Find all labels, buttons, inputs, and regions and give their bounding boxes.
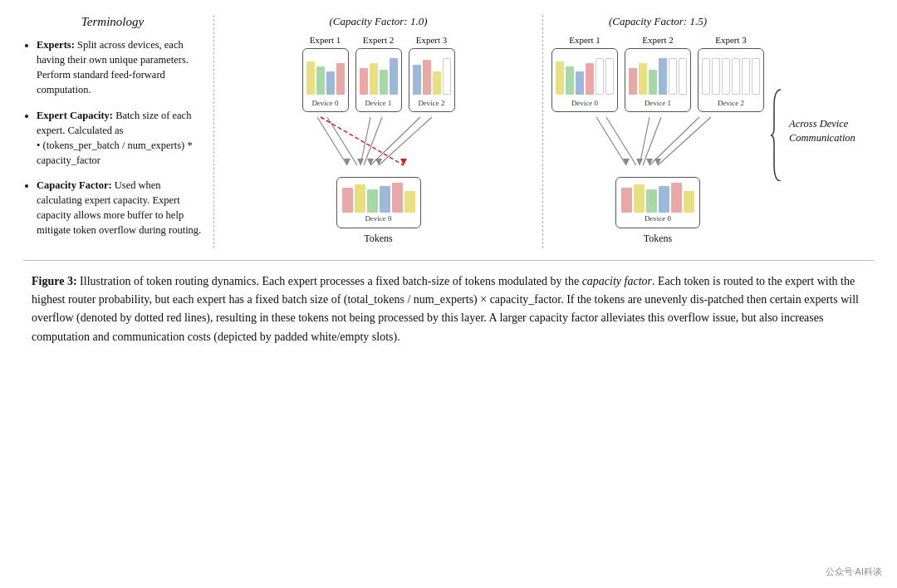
tbar4 (380, 186, 390, 213)
expert1-device-label: Device 0 (311, 99, 338, 107)
r-bar-blue2 (659, 58, 667, 95)
expert2-device-label: Device 1 (365, 99, 391, 107)
r-expert1-device0-box: Device 0 (551, 48, 618, 112)
term-factor-label: Capacity Factor: (37, 179, 112, 191)
r-tbar6 (684, 191, 694, 213)
capacity-15-diagram: Expert 1 Device 0 (551, 35, 764, 245)
capacity-1-expert3: Expert 3 Device 2 (409, 35, 455, 112)
term-factor: Capacity Factor: Used when calculating e… (37, 178, 202, 238)
r-bar-white2 (605, 58, 614, 95)
term-capacity-label: Expert Capacity: (37, 110, 113, 121)
expert1-device0-box: Device 0 (302, 48, 349, 112)
terminology-panel: Terminology Experts: Split across device… (23, 15, 214, 248)
tbar2 (355, 184, 365, 213)
tokens-device0-label: Device 0 (365, 214, 391, 223)
figure-caption: Figure 3: Illustration of token routing … (23, 272, 874, 347)
tokens-area-left: Device 0 Tokens (336, 177, 421, 245)
capacity-15-experts-row: Expert 1 Device 0 (551, 35, 764, 112)
watermark: 公众号·AI科谈 (826, 566, 882, 578)
caption-text1: Illustration of token routing dynamics. … (80, 275, 582, 287)
r-tbar4 (659, 186, 669, 213)
svg-line-17 (658, 117, 711, 165)
across-device-text: Across DeviceCommunication (789, 117, 855, 146)
r-tokens-device0-label: Device 0 (645, 214, 671, 223)
bar-yellow3 (433, 71, 441, 95)
r-expert1-label: Expert 1 (569, 35, 600, 45)
svg-line-4 (370, 117, 420, 165)
r-tbar5 (671, 183, 682, 213)
capacity15-expert1: Expert 1 Device 0 (551, 35, 618, 112)
tbar6 (404, 191, 415, 213)
capacity-1-experts-row: Expert 1 Device 0 Expert 2 (302, 35, 455, 112)
bar-pink (336, 63, 345, 95)
r-bar-green2 (649, 70, 657, 95)
tbar1 (342, 188, 353, 213)
svg-line-5 (379, 117, 432, 165)
expert1-bars (306, 51, 345, 95)
r-bar-white9 (742, 58, 750, 95)
expert3-label: Expert 3 (416, 35, 448, 45)
r-expert2-device-label: Device 1 (645, 99, 671, 107)
bar-blue2 (390, 58, 398, 95)
tokens-bars-left (342, 181, 415, 213)
tbar5 (392, 183, 403, 213)
bar-pink2 (360, 68, 368, 95)
svg-line-3 (364, 117, 382, 165)
bar-green (316, 66, 325, 95)
brace-svg (769, 81, 782, 181)
r-tbar3 (646, 189, 657, 213)
r-bar-white7 (722, 58, 730, 95)
svg-line-14 (640, 117, 649, 165)
expert1-label: Expert 1 (310, 35, 341, 45)
svg-marker-21 (654, 159, 661, 165)
r-bar-white8 (732, 58, 740, 95)
svg-marker-19 (636, 159, 643, 165)
term-capacity-formula: • (tokens_per_batch / num_experts) * cap… (37, 140, 193, 166)
arrows-svg-left (296, 115, 462, 174)
r-bar-green (566, 66, 574, 95)
r-expert1-bars (556, 51, 614, 95)
tokens-bars-right (621, 181, 694, 213)
bar-yellow (306, 61, 315, 95)
bar-blue (326, 71, 335, 95)
term-experts: Experts: Split across devices, each havi… (37, 37, 202, 98)
r-bar-white3 (669, 58, 677, 95)
expert2-label: Expert 2 (363, 35, 395, 45)
r-tbar1 (621, 188, 632, 213)
r-expert1-device-label: Device 0 (571, 99, 598, 107)
r-bar-pink2 (629, 68, 637, 95)
svg-line-15 (643, 117, 661, 165)
term-capacity: Expert Capacity: Batch size of each expe… (37, 108, 202, 169)
expert3-bars (413, 51, 451, 95)
r-expert3-label: Expert 3 (715, 35, 747, 45)
expert3-device2-box: Device 2 (409, 48, 455, 112)
r-bar-yellow (556, 61, 564, 95)
terminology-heading: Terminology (23, 15, 202, 29)
bar-white3 (443, 58, 451, 95)
svg-marker-10 (375, 159, 382, 165)
r-expert2-label: Expert 2 (642, 35, 674, 45)
tokens-box-left: Device 0 (336, 177, 421, 228)
svg-marker-8 (357, 159, 364, 165)
capacity15-expert2: Expert 2 Device 1 (625, 35, 691, 112)
r-bar-white6 (712, 58, 720, 95)
across-device-section: Across DeviceCommunication (764, 15, 874, 248)
capacity-15-title: (Capacity Factor: 1.5) (609, 15, 707, 28)
term-experts-label: Experts: (37, 39, 75, 51)
terminology-list: Experts: Split across devices, each havi… (23, 37, 202, 238)
capacity-1-diagram: Expert 1 Device 0 Expert 2 (296, 35, 462, 245)
r-bar-white (596, 58, 604, 95)
r-bar-white10 (752, 58, 760, 95)
bar-yellow2 (370, 63, 378, 95)
capacity15-expert3: Expert 3 Device 2 (698, 35, 764, 112)
right-section: (Capacity Factor: 1.5) Expert 1 (543, 15, 874, 248)
svg-marker-9 (367, 159, 374, 165)
capacity-1-title: (Capacity Factor: 1.0) (329, 15, 427, 28)
r-bar-pink (586, 63, 594, 95)
r-expert2-device1-box: Device 1 (625, 48, 691, 112)
r-bar-blue (576, 71, 584, 95)
r-expert2-bars (629, 51, 687, 95)
diagram-section: Terminology Experts: Split across device… (23, 15, 874, 261)
tbar3 (367, 189, 378, 213)
capacity-15-section: (Capacity Factor: 1.5) Expert 1 (551, 15, 764, 248)
